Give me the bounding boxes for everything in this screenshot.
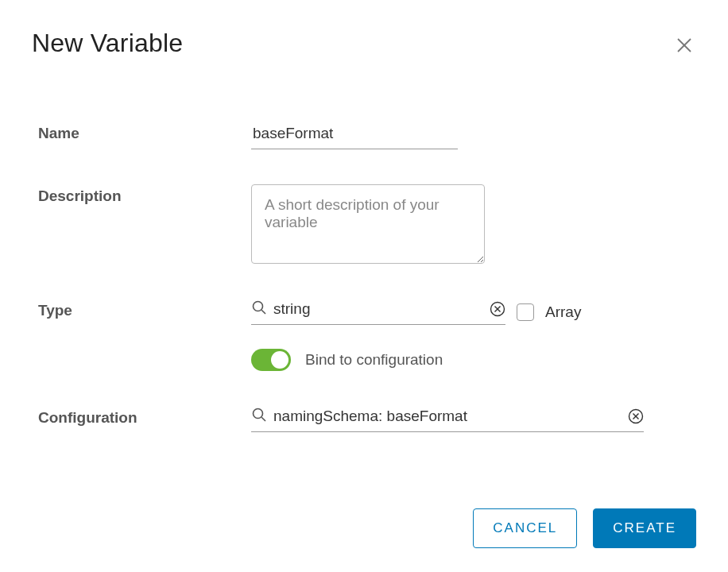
type-clear-button[interactable] — [490, 301, 505, 317]
new-variable-dialog: New Variable Name Description Type — [0, 0, 728, 572]
type-label: Type — [38, 299, 251, 319]
svg-point-2 — [254, 302, 263, 311]
bind-toggle-label: Bind to configuration — [305, 351, 443, 369]
description-row: Description — [38, 184, 696, 264]
description-label: Description — [38, 184, 251, 205]
toggle-knob — [271, 351, 288, 369]
type-row: Type — [38, 299, 696, 325]
create-button[interactable]: CREATE — [593, 508, 696, 548]
type-input[interactable] — [273, 299, 490, 319]
name-input[interactable] — [251, 122, 458, 149]
clear-icon — [490, 301, 505, 317]
svg-line-8 — [261, 417, 265, 421]
configuration-row: Configuration — [38, 406, 696, 432]
variable-form: Name Description Type — [32, 122, 696, 432]
dialog-actions: CANCEL CREATE — [473, 508, 696, 548]
search-icon — [251, 407, 267, 426]
type-combobox[interactable] — [251, 299, 505, 325]
close-button[interactable] — [672, 33, 696, 57]
array-checkbox-label: Array — [545, 303, 581, 321]
configuration-label: Configuration — [38, 406, 251, 427]
configuration-clear-button[interactable] — [628, 408, 644, 424]
bind-toggle[interactable] — [251, 349, 291, 371]
search-icon — [251, 300, 267, 319]
dialog-header: New Variable — [32, 29, 696, 58]
name-row: Name — [38, 122, 696, 149]
clear-icon — [628, 408, 644, 424]
configuration-input[interactable] — [273, 406, 628, 427]
cancel-button[interactable]: CANCEL — [473, 508, 577, 548]
dialog-title: New Variable — [32, 29, 183, 58]
close-icon — [676, 37, 693, 54]
name-label: Name — [38, 122, 251, 142]
configuration-combobox[interactable] — [251, 406, 644, 432]
svg-line-3 — [261, 310, 265, 314]
description-textarea[interactable] — [251, 184, 485, 264]
svg-point-7 — [254, 409, 263, 419]
bind-row: Bind to configuration — [38, 349, 696, 371]
array-checkbox[interactable] — [517, 303, 534, 321]
